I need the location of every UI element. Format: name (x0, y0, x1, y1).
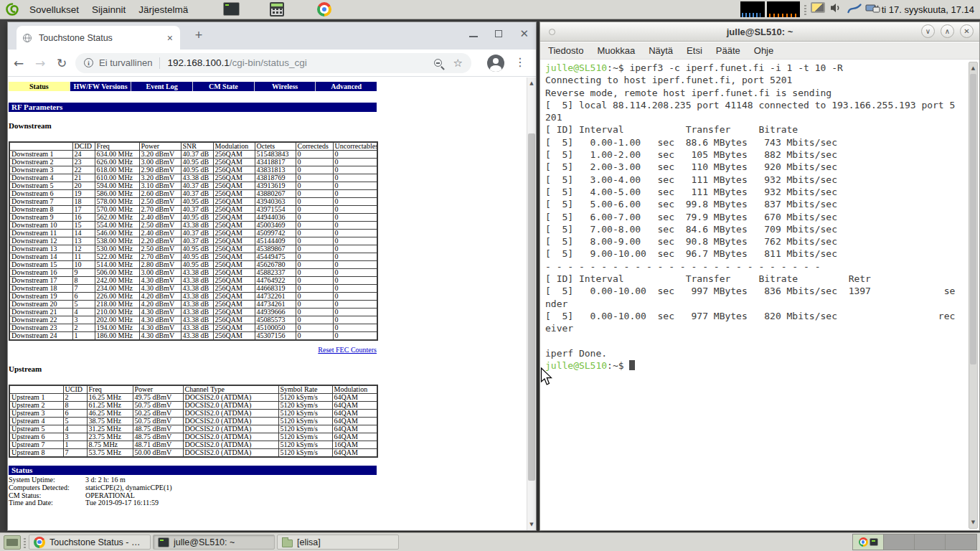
back-icon[interactable]: ← (8, 56, 29, 70)
volume-icon[interactable] (829, 2, 842, 17)
scroll-up-icon[interactable]: ▲ (969, 64, 977, 72)
panel-menu-sijainnit[interactable]: Sijainnit (85, 4, 132, 15)
calculator-launcher-icon[interactable] (270, 2, 284, 19)
cell: 0 (333, 253, 377, 261)
task-button-touchstone-status-g[interactable]: Touchstone Status - G… (29, 534, 151, 550)
minimize-icon[interactable] (469, 36, 478, 37)
workspace-3[interactable] (915, 534, 946, 550)
terminal-menu-p-te[interactable]: Pääte (716, 45, 740, 56)
terminal-menu-ohje[interactable]: Ohje (754, 45, 773, 56)
terminal-scrollbar[interactable]: ▲ ▼ (969, 62, 978, 529)
panel-menu-sovellukset[interactable]: Sovellukset (23, 4, 85, 15)
new-tab-button[interactable]: + (190, 27, 207, 44)
cell: 40.95 dB (181, 159, 213, 166)
nav-tab-wireless[interactable]: Wireless (254, 82, 316, 91)
browser-menu-icon[interactable]: ⋮ (514, 55, 526, 69)
cell: 64QAM (332, 425, 377, 433)
cell: 5120 kSym/s (278, 441, 332, 449)
cell: 45449475 (255, 253, 296, 261)
page-scrollbar[interactable]: ▲ ▼ (527, 77, 536, 530)
browser-toolbar: ← → ↻ Ei turvallinen 192.168.100.1/cgi-b… (8, 50, 536, 77)
workspace-4[interactable] (946, 534, 976, 550)
tab-touchstone-status[interactable]: Touchstone Status × (17, 26, 180, 50)
address-bar[interactable]: Ei turvallinen 192.168.100.1/cgi-bin/sta… (75, 53, 471, 73)
close-icon[interactable]: ✕ (519, 29, 529, 39)
show-desktop-button[interactable] (4, 535, 21, 550)
reload-icon[interactable]: ↻ (51, 56, 72, 70)
output-text: [ 5] 8.00-9.00 sec 90.8 MBytes 762 Mbits… (545, 236, 837, 247)
minimize-icon[interactable]: ∨ (921, 24, 935, 38)
scroll-up-icon[interactable]: ▲ (527, 79, 536, 88)
terminal-menu-n-yt[interactable]: Näytä (649, 45, 673, 56)
tab-close-icon[interactable]: × (166, 33, 174, 43)
cell: 9 (72, 269, 95, 277)
terminal-menu-etsi[interactable]: Etsi (687, 45, 702, 56)
nav-tab-cm-state[interactable]: CM State (192, 82, 254, 91)
cell: 202.00 MHz (95, 316, 139, 324)
terminal-menu-muokkaa[interactable]: Muokkaa (597, 45, 635, 56)
row-label: Downstream 9 (9, 214, 72, 222)
terminal-line: [ 5] 2.00-3.00 sec 110 MBytes 920 Mbits/… (545, 161, 979, 173)
table-row: Upstream 1216.25 MHz49.75 dBmVDOCSIS2.0 … (9, 394, 377, 402)
terminal-screen[interactable]: julle@SL510:~$ iperf3 -c iperf.funet.fi … (540, 60, 979, 530)
scroll-down-icon[interactable]: ▼ (527, 520, 536, 529)
row-label: Downstream 8 (9, 206, 72, 214)
tablet-pen-icon[interactable] (847, 2, 862, 17)
window-menu-icon[interactable] (549, 29, 555, 35)
cell: 2.90 dBmV (139, 166, 181, 174)
applications-menu-icon[interactable] (5, 2, 19, 17)
scrollbar-thumb[interactable] (528, 133, 535, 481)
clock-applet[interactable]: ti 17. syyskuuta, 17.14 (882, 0, 974, 19)
cell: 4.20 dBmV (139, 301, 181, 309)
terminal-launcher-icon[interactable] (223, 2, 240, 19)
row-label: Downstream 21 (9, 309, 72, 316)
cell: 0 (333, 174, 377, 182)
nav-tab-hw-fw-versions[interactable]: HW/FW Versions (70, 82, 131, 91)
info-icon[interactable] (84, 58, 93, 67)
task-label: [elisa] (297, 537, 321, 547)
cell: 2 (63, 394, 87, 402)
reset-fec-counters-link[interactable]: Reset FEC Counters (318, 346, 377, 354)
maximize-icon[interactable]: ∧ (941, 24, 954, 38)
scroll-down-icon[interactable]: ▼ (969, 518, 977, 527)
display-settings-icon[interactable] (811, 2, 825, 16)
output-text: [ 5] 6.00-7.00 sec 79.9 MBytes 670 Mbits… (545, 212, 837, 222)
maximize-icon[interactable] (495, 30, 502, 37)
cell: 40.37 dB (181, 206, 213, 214)
cell: 6 (72, 293, 95, 301)
terminal-menu-tiedosto[interactable]: Tiedosto (548, 45, 583, 56)
terminal-title: julle@SL510: ~ (727, 27, 793, 37)
chrome-launcher-icon[interactable] (317, 2, 331, 19)
downstream-table: DCIDFreqPowerSNRModulationOctetsCorrecte… (9, 141, 378, 341)
nav-tab-event-log[interactable]: Event Log (131, 82, 192, 91)
cell: 256QAM (213, 301, 255, 309)
cell: 44939666 (255, 309, 296, 316)
task-button-julle-sl510[interactable]: julle@SL510: ~ (153, 534, 275, 550)
url-text[interactable]: 192.168.100.1/cgi-bin/status_cgi (167, 57, 433, 68)
task-button-elisa[interactable]: [elisa] (277, 534, 399, 550)
zoom-out-icon[interactable] (434, 59, 442, 67)
cell: 0 (333, 198, 377, 206)
cell: 610.00 MHz (95, 174, 139, 182)
bookmark-star-icon[interactable]: ☆ (453, 57, 463, 70)
terminal-titlebar[interactable]: julle@SL510: ~ ∨ ∧ ✕ (540, 22, 979, 42)
workspace-1[interactable] (853, 534, 884, 550)
close-icon[interactable]: ✕ (960, 24, 974, 38)
cell: 256QAM (213, 174, 255, 182)
forward-icon[interactable]: → (29, 56, 51, 70)
table-row: Downstream 241186.00 MHz4.30 dBmV43.38 d… (9, 332, 377, 341)
task-label: julle@SL510: ~ (174, 537, 235, 547)
cell: DOCSIS2.0 (ATDMA) (183, 394, 278, 402)
cell: 40.95 dB (181, 261, 213, 269)
terminal-icon (870, 538, 878, 546)
profile-avatar[interactable] (487, 55, 504, 72)
cell: 64QAM (332, 394, 377, 402)
nav-tab-status[interactable]: Status (9, 82, 70, 91)
cell: 0 (296, 214, 333, 222)
nav-tab-advanced[interactable]: Advanced (315, 82, 377, 91)
cell: 1 (72, 332, 95, 341)
battery-icon[interactable] (865, 2, 881, 17)
panel-menu-j-rjestelm[interactable]: Järjestelmä (132, 4, 194, 15)
scrollbar-thumb[interactable] (970, 74, 976, 364)
workspace-2[interactable] (884, 534, 915, 550)
